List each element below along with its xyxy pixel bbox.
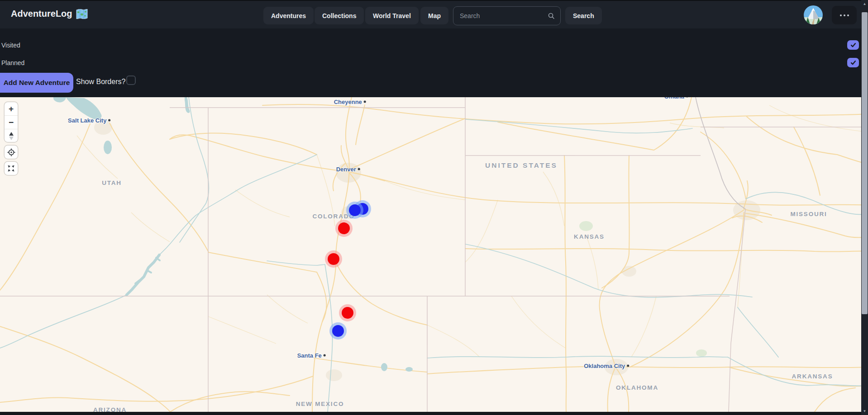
check-icon xyxy=(850,42,857,48)
map-state-label: COLORADO xyxy=(312,213,354,220)
search-input[interactable] xyxy=(453,12,548,19)
nav-collections-button[interactable]: Collections xyxy=(315,7,364,24)
compass-button[interactable] xyxy=(5,129,18,142)
map-country-label: UNITED STATES xyxy=(485,161,558,170)
map-state-label: NEW MEXICO xyxy=(296,401,344,407)
city-dot-icon xyxy=(108,119,110,122)
locate-icon xyxy=(7,148,15,156)
search-icon xyxy=(548,12,555,19)
user-avatar[interactable] xyxy=(804,5,823,24)
page-scrollbar: ▲ ▼ xyxy=(861,0,868,415)
map-state-label: UTAH xyxy=(102,179,122,186)
planned-checkbox[interactable] xyxy=(847,58,859,67)
search-box xyxy=(453,6,561,25)
visited-label: Visited xyxy=(1,42,20,49)
fullscreen-icon xyxy=(7,165,15,172)
nav-map-button[interactable]: Map xyxy=(420,7,448,24)
city-dot-icon xyxy=(627,365,629,367)
app-title: AdventureLog xyxy=(11,9,72,19)
adventurelog-app: { "header": { "title": "AdventureLog", "… xyxy=(0,0,868,415)
adventure-marker-red[interactable] xyxy=(342,307,353,319)
map-state-label: KANSAS xyxy=(574,233,605,240)
scroll-down-arrow-icon[interactable]: ▼ xyxy=(861,407,868,415)
search-submit-button[interactable]: Search xyxy=(565,7,602,24)
nav-world-travel-button[interactable]: World Travel xyxy=(365,7,419,24)
map-city-label: Denver xyxy=(336,166,360,173)
map-city-label: Oklahoma City xyxy=(584,363,629,369)
show-borders-label: Show Borders? xyxy=(76,78,125,86)
adventure-marker-red[interactable] xyxy=(338,222,350,234)
map-state-label: ARKANSAS xyxy=(792,373,833,380)
map-state-label: MISSOURI xyxy=(790,211,827,217)
zoom-control-group: + − xyxy=(5,102,18,142)
zoom-in-button[interactable]: + xyxy=(5,102,18,115)
ellipsis-icon xyxy=(840,14,842,16)
map-state-label: OKLAHOMA xyxy=(616,384,658,391)
zoom-out-button[interactable]: − xyxy=(5,115,18,129)
adventure-marker-red[interactable] xyxy=(328,253,339,265)
map-filter-toolbar: Visited Planned Add New Adventure Show B… xyxy=(0,28,861,97)
map-city-label: Salt Lake City xyxy=(68,117,110,124)
scrollbar-thumb[interactable] xyxy=(862,12,868,314)
overflow-menu-button[interactable] xyxy=(832,6,857,24)
geolocate-button[interactable] xyxy=(5,146,18,159)
top-navbar: AdventureLog Adventures Collections Worl… xyxy=(0,0,861,29)
nav-adventures-button[interactable]: Adventures xyxy=(263,7,314,24)
adventure-marker-blue[interactable] xyxy=(332,325,344,337)
city-dot-icon xyxy=(364,101,366,103)
map-city-label: Cheyenne xyxy=(334,99,366,105)
visited-checkbox[interactable] xyxy=(847,40,859,50)
show-borders-checkbox[interactable] xyxy=(126,75,136,85)
map-canvas[interactable]: + − UNITED STATESUTAHCOLORADOKANSASMISSO… xyxy=(0,97,861,412)
map-state-label: ARIZONA xyxy=(93,406,127,412)
add-new-adventure-button[interactable]: Add New Adventure xyxy=(0,73,73,93)
city-dot-icon xyxy=(358,168,360,170)
fullscreen-button[interactable] xyxy=(5,162,18,175)
planned-label: Planned xyxy=(1,59,24,66)
check-icon xyxy=(850,60,857,66)
compass-icon xyxy=(9,132,14,140)
adventure-marker-blue[interactable] xyxy=(349,204,361,216)
city-dot-icon xyxy=(324,354,326,357)
map-artwork xyxy=(0,97,861,412)
app-logo[interactable]: AdventureLog xyxy=(11,9,88,19)
map-city-label: Santa Fe xyxy=(297,352,326,359)
mountain-photo xyxy=(804,5,823,24)
map-city-label: Omaha xyxy=(664,97,688,100)
world-map-icon xyxy=(76,9,88,19)
scroll-up-arrow-icon[interactable]: ▲ xyxy=(861,0,868,7)
